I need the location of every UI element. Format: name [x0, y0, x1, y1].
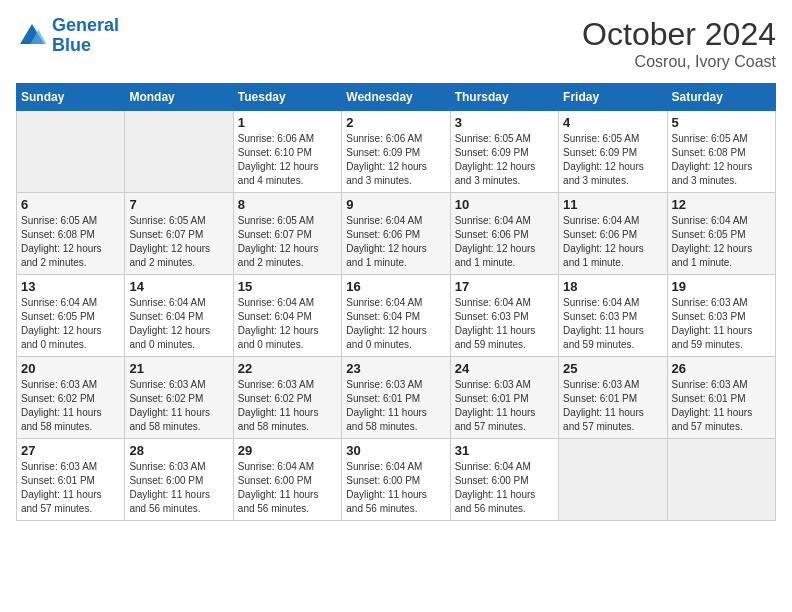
calendar-cell	[667, 439, 775, 521]
day-info: Sunrise: 6:03 AM Sunset: 6:01 PM Dayligh…	[21, 460, 120, 516]
title-block: October 2024 Cosrou, Ivory Coast	[582, 16, 776, 71]
day-number: 24	[455, 361, 554, 376]
day-info: Sunrise: 6:04 AM Sunset: 6:06 PM Dayligh…	[455, 214, 554, 270]
calendar-cell: 4Sunrise: 6:05 AM Sunset: 6:09 PM Daylig…	[559, 111, 667, 193]
day-number: 8	[238, 197, 337, 212]
calendar-cell: 16Sunrise: 6:04 AM Sunset: 6:04 PM Dayli…	[342, 275, 450, 357]
logo-line1: General	[52, 15, 119, 35]
weekday-header: Friday	[559, 84, 667, 111]
day-info: Sunrise: 6:04 AM Sunset: 6:00 PM Dayligh…	[346, 460, 445, 516]
calendar-cell	[17, 111, 125, 193]
day-info: Sunrise: 6:05 AM Sunset: 6:07 PM Dayligh…	[129, 214, 228, 270]
day-info: Sunrise: 6:04 AM Sunset: 6:06 PM Dayligh…	[346, 214, 445, 270]
calendar-title: October 2024	[582, 16, 776, 53]
day-number: 28	[129, 443, 228, 458]
calendar-cell: 28Sunrise: 6:03 AM Sunset: 6:00 PM Dayli…	[125, 439, 233, 521]
day-number: 23	[346, 361, 445, 376]
day-info: Sunrise: 6:05 AM Sunset: 6:09 PM Dayligh…	[455, 132, 554, 188]
day-info: Sunrise: 6:03 AM Sunset: 6:03 PM Dayligh…	[672, 296, 771, 352]
day-info: Sunrise: 6:03 AM Sunset: 6:01 PM Dayligh…	[455, 378, 554, 434]
calendar-cell: 7Sunrise: 6:05 AM Sunset: 6:07 PM Daylig…	[125, 193, 233, 275]
day-number: 25	[563, 361, 662, 376]
calendar-week-row: 6Sunrise: 6:05 AM Sunset: 6:08 PM Daylig…	[17, 193, 776, 275]
calendar-cell: 2Sunrise: 6:06 AM Sunset: 6:09 PM Daylig…	[342, 111, 450, 193]
calendar-cell: 24Sunrise: 6:03 AM Sunset: 6:01 PM Dayli…	[450, 357, 558, 439]
calendar-cell: 30Sunrise: 6:04 AM Sunset: 6:00 PM Dayli…	[342, 439, 450, 521]
calendar-cell: 6Sunrise: 6:05 AM Sunset: 6:08 PM Daylig…	[17, 193, 125, 275]
calendar-cell: 18Sunrise: 6:04 AM Sunset: 6:03 PM Dayli…	[559, 275, 667, 357]
day-number: 30	[346, 443, 445, 458]
day-info: Sunrise: 6:05 AM Sunset: 6:08 PM Dayligh…	[21, 214, 120, 270]
weekday-header: Tuesday	[233, 84, 341, 111]
calendar-cell: 10Sunrise: 6:04 AM Sunset: 6:06 PM Dayli…	[450, 193, 558, 275]
day-number: 3	[455, 115, 554, 130]
calendar-cell: 14Sunrise: 6:04 AM Sunset: 6:04 PM Dayli…	[125, 275, 233, 357]
day-number: 9	[346, 197, 445, 212]
day-number: 5	[672, 115, 771, 130]
day-number: 6	[21, 197, 120, 212]
day-number: 12	[672, 197, 771, 212]
day-number: 4	[563, 115, 662, 130]
day-info: Sunrise: 6:04 AM Sunset: 6:05 PM Dayligh…	[672, 214, 771, 270]
calendar-cell	[559, 439, 667, 521]
calendar-cell	[125, 111, 233, 193]
day-number: 27	[21, 443, 120, 458]
day-info: Sunrise: 6:03 AM Sunset: 6:02 PM Dayligh…	[238, 378, 337, 434]
calendar-cell: 3Sunrise: 6:05 AM Sunset: 6:09 PM Daylig…	[450, 111, 558, 193]
day-info: Sunrise: 6:03 AM Sunset: 6:01 PM Dayligh…	[563, 378, 662, 434]
day-info: Sunrise: 6:03 AM Sunset: 6:02 PM Dayligh…	[21, 378, 120, 434]
calendar-week-row: 1Sunrise: 6:06 AM Sunset: 6:10 PM Daylig…	[17, 111, 776, 193]
day-number: 16	[346, 279, 445, 294]
calendar-cell: 13Sunrise: 6:04 AM Sunset: 6:05 PM Dayli…	[17, 275, 125, 357]
calendar-cell: 25Sunrise: 6:03 AM Sunset: 6:01 PM Dayli…	[559, 357, 667, 439]
logo: General Blue	[16, 16, 119, 56]
day-info: Sunrise: 6:04 AM Sunset: 6:04 PM Dayligh…	[238, 296, 337, 352]
calendar-cell: 27Sunrise: 6:03 AM Sunset: 6:01 PM Dayli…	[17, 439, 125, 521]
calendar-cell: 5Sunrise: 6:05 AM Sunset: 6:08 PM Daylig…	[667, 111, 775, 193]
day-number: 26	[672, 361, 771, 376]
day-info: Sunrise: 6:04 AM Sunset: 6:06 PM Dayligh…	[563, 214, 662, 270]
day-number: 29	[238, 443, 337, 458]
weekday-header: Monday	[125, 84, 233, 111]
calendar-cell: 23Sunrise: 6:03 AM Sunset: 6:01 PM Dayli…	[342, 357, 450, 439]
day-number: 2	[346, 115, 445, 130]
day-info: Sunrise: 6:04 AM Sunset: 6:03 PM Dayligh…	[563, 296, 662, 352]
day-number: 10	[455, 197, 554, 212]
day-info: Sunrise: 6:04 AM Sunset: 6:04 PM Dayligh…	[129, 296, 228, 352]
calendar-cell: 21Sunrise: 6:03 AM Sunset: 6:02 PM Dayli…	[125, 357, 233, 439]
calendar-cell: 9Sunrise: 6:04 AM Sunset: 6:06 PM Daylig…	[342, 193, 450, 275]
day-info: Sunrise: 6:05 AM Sunset: 6:09 PM Dayligh…	[563, 132, 662, 188]
day-number: 20	[21, 361, 120, 376]
calendar-week-row: 27Sunrise: 6:03 AM Sunset: 6:01 PM Dayli…	[17, 439, 776, 521]
calendar-cell: 31Sunrise: 6:04 AM Sunset: 6:00 PM Dayli…	[450, 439, 558, 521]
day-info: Sunrise: 6:04 AM Sunset: 6:00 PM Dayligh…	[455, 460, 554, 516]
calendar-table: SundayMondayTuesdayWednesdayThursdayFrid…	[16, 83, 776, 521]
day-number: 18	[563, 279, 662, 294]
day-number: 31	[455, 443, 554, 458]
calendar-cell: 22Sunrise: 6:03 AM Sunset: 6:02 PM Dayli…	[233, 357, 341, 439]
day-number: 15	[238, 279, 337, 294]
day-number: 13	[21, 279, 120, 294]
calendar-subtitle: Cosrou, Ivory Coast	[582, 53, 776, 71]
calendar-week-row: 20Sunrise: 6:03 AM Sunset: 6:02 PM Dayli…	[17, 357, 776, 439]
day-number: 22	[238, 361, 337, 376]
day-number: 21	[129, 361, 228, 376]
calendar-cell: 8Sunrise: 6:05 AM Sunset: 6:07 PM Daylig…	[233, 193, 341, 275]
day-info: Sunrise: 6:04 AM Sunset: 6:03 PM Dayligh…	[455, 296, 554, 352]
weekday-header: Sunday	[17, 84, 125, 111]
day-number: 14	[129, 279, 228, 294]
page-header: General Blue October 2024 Cosrou, Ivory …	[16, 16, 776, 71]
day-number: 1	[238, 115, 337, 130]
day-number: 19	[672, 279, 771, 294]
calendar-cell: 29Sunrise: 6:04 AM Sunset: 6:00 PM Dayli…	[233, 439, 341, 521]
logo-text: General Blue	[52, 16, 119, 56]
day-number: 11	[563, 197, 662, 212]
day-info: Sunrise: 6:06 AM Sunset: 6:09 PM Dayligh…	[346, 132, 445, 188]
calendar-cell: 1Sunrise: 6:06 AM Sunset: 6:10 PM Daylig…	[233, 111, 341, 193]
weekday-header: Saturday	[667, 84, 775, 111]
calendar-cell: 11Sunrise: 6:04 AM Sunset: 6:06 PM Dayli…	[559, 193, 667, 275]
day-info: Sunrise: 6:04 AM Sunset: 6:04 PM Dayligh…	[346, 296, 445, 352]
calendar-week-row: 13Sunrise: 6:04 AM Sunset: 6:05 PM Dayli…	[17, 275, 776, 357]
logo-line2: Blue	[52, 35, 91, 55]
calendar-cell: 26Sunrise: 6:03 AM Sunset: 6:01 PM Dayli…	[667, 357, 775, 439]
